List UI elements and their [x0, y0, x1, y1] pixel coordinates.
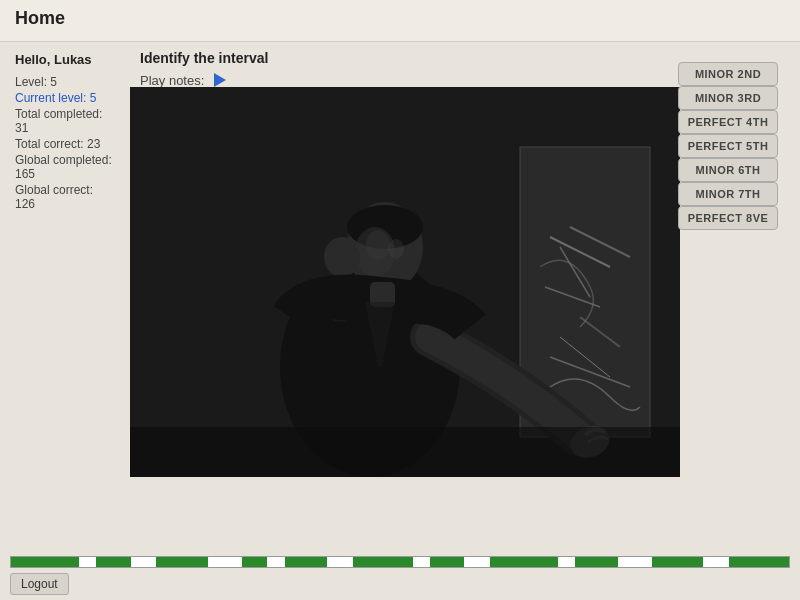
logout-area: Logout: [10, 573, 69, 595]
progress-segment: [618, 557, 652, 567]
interval-button[interactable]: MINOR 2ND: [678, 62, 778, 86]
interval-button[interactable]: MINOR 7TH: [678, 182, 778, 206]
svg-point-20: [340, 241, 356, 265]
progress-segment: [353, 557, 413, 567]
progress-segment: [267, 557, 284, 567]
svg-point-19: [388, 239, 404, 259]
progress-segment: [413, 557, 430, 567]
stat-line: Current level: 5: [15, 91, 115, 105]
stat-line: Level: 5: [15, 75, 115, 89]
play-notes-label: Play notes:: [140, 73, 204, 88]
progress-segment: [430, 557, 464, 567]
interval-button[interactable]: PERFECT 5TH: [678, 134, 778, 158]
progress-segment: [156, 557, 207, 567]
interval-button[interactable]: MINOR 6TH: [678, 158, 778, 182]
svg-marker-0: [214, 73, 226, 87]
stat-line: Total completed: 31: [15, 107, 115, 135]
progress-segment: [131, 557, 157, 567]
progress-segment: [464, 557, 490, 567]
interval-button[interactable]: PERFECT 4TH: [678, 110, 778, 134]
right-panel: MINOR 2NDMINOR 3RDPERFECT 4THPERFECT 5TH…: [670, 52, 790, 240]
progress-segment: [490, 557, 558, 567]
progress-segment: [11, 557, 79, 567]
progress-segment: [242, 557, 268, 567]
main-content: Hello, Lukas Level: 5Current level: 5Tot…: [0, 42, 800, 552]
progress-segment: [652, 557, 703, 567]
progress-segment: [327, 557, 353, 567]
interval-button[interactable]: MINOR 3RD: [678, 86, 778, 110]
progress-track: [10, 556, 790, 568]
image-area: [130, 87, 680, 477]
logout-button[interactable]: Logout: [10, 573, 69, 595]
progress-segment: [285, 557, 328, 567]
stat-line: Global correct: 126: [15, 183, 115, 211]
stat-line: Global completed: 165: [15, 153, 115, 181]
progress-segment: [79, 557, 96, 567]
interval-button[interactable]: PERFECT 8VE: [678, 206, 778, 230]
progress-segment: [703, 557, 729, 567]
left-panel: Hello, Lukas Level: 5Current level: 5Tot…: [0, 42, 130, 552]
page-title: Home: [15, 8, 785, 29]
progress-segment: [208, 557, 242, 567]
svg-rect-21: [130, 427, 680, 477]
progress-segment: [96, 557, 130, 567]
progress-segment: [729, 557, 789, 567]
progress-segment: [575, 557, 618, 567]
user-greeting: Hello, Lukas: [15, 52, 115, 67]
play-button[interactable]: [212, 72, 228, 88]
stat-line: Total correct: 23: [15, 137, 115, 151]
progress-segment: [558, 557, 575, 567]
progress-bar-area: [0, 556, 800, 572]
svg-point-18: [366, 230, 390, 260]
background-image: [130, 87, 680, 477]
top-bar: Home: [0, 0, 800, 42]
